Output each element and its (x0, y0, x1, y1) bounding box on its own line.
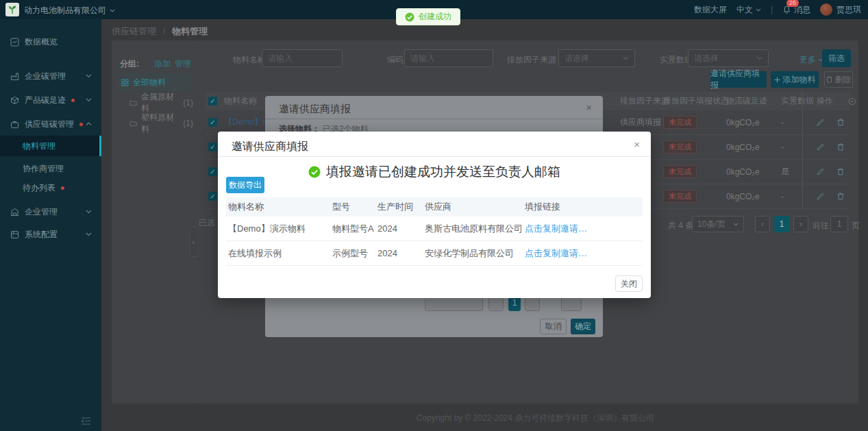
real-data-cell: - (781, 143, 784, 152)
row-checkbox[interactable]: ✓ (208, 167, 217, 176)
edit-icon[interactable] (817, 168, 824, 175)
language-switcher[interactable]: 中文 (736, 4, 761, 16)
sidebar-label: 数据概览 (25, 36, 58, 48)
notification-dot (61, 186, 64, 190)
close-icon[interactable]: × (586, 101, 592, 113)
sidebar-item-partners[interactable]: 协作商管理 (0, 158, 101, 179)
close-button[interactable]: 关闭 (615, 275, 643, 292)
more-filters-link[interactable]: 更多 (799, 54, 823, 66)
real-data-select[interactable]: 请选择 (688, 49, 769, 67)
filter-name-label: 物料名称 (233, 54, 266, 66)
col-link: 填报链接 (525, 201, 593, 213)
copy-invite-link[interactable]: 点击复制邀请… (525, 223, 593, 235)
logistics-cell: 0kgCO₂e (726, 143, 760, 152)
prev-page-button[interactable]: ‹ (755, 216, 770, 232)
close-icon[interactable]: × (634, 138, 640, 150)
row-checkbox[interactable]: ✓ (208, 143, 217, 151)
next-page-button[interactable]: › (793, 216, 808, 232)
page-size-select[interactable]: 10条/页 (692, 216, 744, 232)
filter-button[interactable]: 筛选 (822, 49, 851, 67)
row-checkbox[interactable]: ✓ (208, 192, 217, 201)
chevron-down-icon (86, 210, 92, 214)
topbar-divider: | (771, 5, 773, 14)
chevron-down-icon (86, 232, 92, 236)
breadcrumb-parent[interactable]: 供应链管理 (112, 26, 156, 36)
sidebar-item-enterprise-mgmt[interactable]: 企业管理 (0, 201, 101, 222)
select-placeholder: 请选择 (694, 53, 719, 64)
sidebar-item-supply-chain-carbon[interactable]: 供应链碳管理 (0, 114, 101, 134)
footer-copyright: Copyright by © 2022-2024 鼎力可持续数字科技（深圳）有限… (203, 412, 868, 424)
sidebar-item-dashboard[interactable]: 数据概览 (0, 32, 101, 52)
result-modal-title: 邀请供应商填报 (232, 140, 308, 154)
breadcrumb: 供应链管理 / 物料管理 (112, 25, 208, 38)
sidebar-item-system-config[interactable]: 系统配置 (0, 224, 101, 245)
group-item-label: 金属原材料 (141, 91, 179, 114)
trash-icon[interactable] (837, 168, 844, 175)
col-model: 型号 (332, 201, 377, 213)
sidebar-item-enterprise-carbon[interactable]: 企业碳管理 (0, 66, 101, 86)
menu-fold-icon (81, 417, 91, 426)
copy-invite-link[interactable]: 点击复制邀请… (525, 247, 593, 260)
check-circle-icon (405, 12, 414, 22)
goto-page-input[interactable]: 1 (830, 216, 848, 232)
trash-icon[interactable] (837, 119, 844, 126)
modal-divider (265, 119, 603, 119)
edit-icon[interactable] (817, 119, 824, 126)
data-export-button[interactable]: 数据导出 (226, 177, 264, 193)
delete-button-label: 删除 (835, 74, 852, 86)
sidebar-label: 供应链碳管理 (25, 119, 74, 130)
status-badge: 未完成 (663, 190, 697, 203)
group-item-plastic[interactable]: 塑料原材料 (1) (117, 114, 197, 132)
add-button-label: 添加物料 (783, 74, 816, 86)
sidebar-label: 企业管理 (25, 206, 58, 218)
chevron-down-icon (756, 56, 762, 60)
factor-source-select[interactable]: 请选择 (558, 49, 635, 67)
model-cell: 示例型号 (332, 247, 377, 260)
group-manage-link[interactable]: 管理 (175, 58, 191, 70)
cancel-button[interactable]: 取消 (540, 319, 567, 334)
breadcrumb-separator: / (163, 26, 166, 36)
success-message-row: 填报邀请已创建成功并发送至负责人邮箱 (218, 163, 651, 181)
selection-hint: 已选 (199, 217, 215, 229)
code-input[interactable] (404, 49, 493, 67)
messages-button[interactable]: 26 消息 (782, 4, 810, 16)
confirm-button[interactable]: 确定 (571, 319, 595, 334)
sidebar-item-todo-list[interactable]: 待办列表 (0, 177, 101, 198)
group-item-metal[interactable]: 金属原材料 (1) (117, 94, 197, 112)
language-label: 中文 (736, 4, 753, 16)
column-settings-icon[interactable] (848, 97, 856, 106)
data-screen-link[interactable]: 数据大屏 (694, 4, 727, 16)
plus-icon (774, 77, 780, 83)
trash-icon[interactable] (837, 143, 844, 151)
user-menu[interactable]: 贾思琪 (820, 3, 861, 16)
panel-collapse-handle[interactable]: ‹ (189, 227, 197, 257)
time-cell: 2024 (377, 248, 425, 258)
edit-icon[interactable] (817, 143, 824, 151)
row-checkbox[interactable]: ✓ (208, 118, 217, 127)
material-name-input[interactable] (262, 49, 343, 67)
user-name: 贾思琪 (836, 4, 861, 16)
trash-icon[interactable] (837, 193, 844, 200)
sidebar-item-product-footprint[interactable]: 产品碳足迹 (0, 90, 101, 110)
col-factor-status: 排放因子填报状态 (663, 95, 729, 107)
select-all-checkbox[interactable]: ✓ (208, 97, 217, 106)
group-add-link[interactable]: 添加 (154, 58, 171, 70)
trash-icon (826, 76, 832, 83)
material-name-cell: 在线填报示例 (228, 247, 332, 260)
company-switcher[interactable]: 动力电池制品有限公司 (24, 5, 115, 16)
sidebar-item-materials[interactable]: 物料管理 (0, 136, 101, 156)
page-size-value: 10条/页 (697, 219, 726, 230)
chevron-down-icon (86, 74, 92, 78)
edit-icon[interactable] (817, 193, 824, 200)
group-all-materials[interactable]: 全部物料 (117, 73, 192, 91)
sidebar-collapse-button[interactable] (81, 417, 91, 426)
check-circle-icon (308, 166, 321, 178)
real-data-cell: 是 (781, 166, 789, 177)
delete-button[interactable]: 删除 (824, 71, 853, 88)
col-logistics: 物流碳足迹 (726, 95, 767, 107)
status-badge: 未完成 (663, 116, 697, 129)
invite-supplier-button[interactable]: 邀请供应商填报 (710, 71, 767, 88)
current-page-button[interactable]: 1 (774, 216, 789, 232)
folder-icon (129, 120, 137, 127)
add-material-button[interactable]: 添加物料 (771, 71, 819, 88)
